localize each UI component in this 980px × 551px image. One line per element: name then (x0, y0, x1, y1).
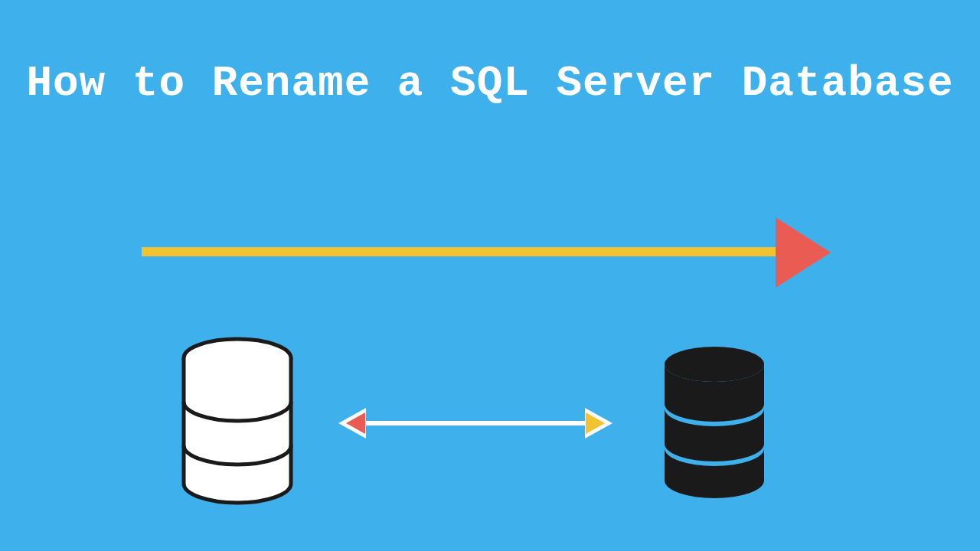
arrow-left-icon (346, 412, 365, 434)
arrow-right-icon (586, 412, 605, 434)
page-title: How to Rename a SQL Server Database (0, 0, 980, 113)
svg-point-1 (665, 347, 764, 382)
database-left-icon (176, 337, 299, 509)
double-arrow-icon (338, 404, 612, 442)
database-right-icon (657, 344, 772, 505)
arrow-shaft (142, 247, 781, 256)
database-comparison (0, 329, 980, 528)
double-arrow-shaft (361, 421, 590, 425)
arrow-head-icon (776, 217, 831, 288)
main-arrow-icon (142, 217, 838, 286)
